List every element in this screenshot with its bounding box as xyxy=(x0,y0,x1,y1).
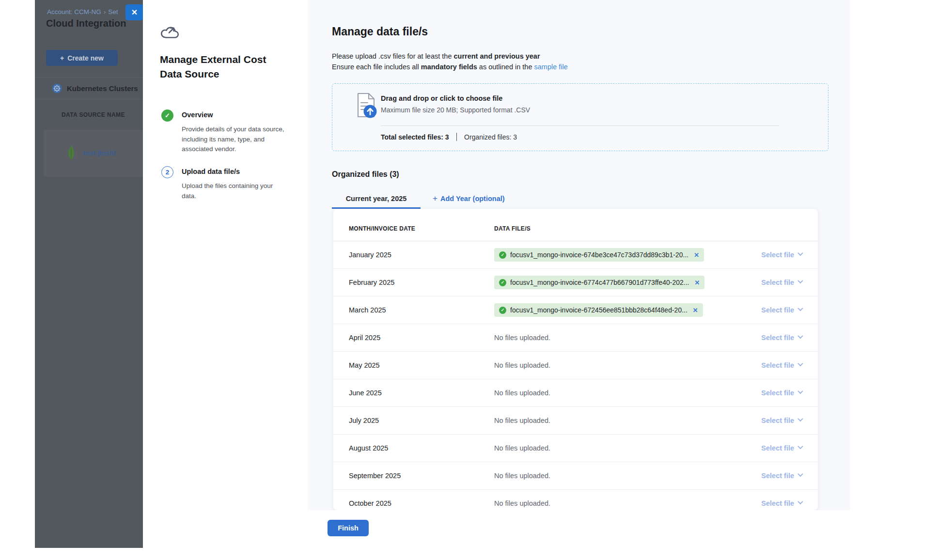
wizard-panel: Manage External Cost Data Source ✓ Overv… xyxy=(143,0,308,548)
total-selected-files: Total selected files: 3 xyxy=(381,133,449,141)
file-dropzone[interactable]: Drag and drop or click to choose file Ma… xyxy=(332,83,828,151)
file-chip: ✓ focusv1_mongo-invoice-6774c477b667901d… xyxy=(494,276,704,289)
tab-kubernetes-clusters[interactable]: Kubernetes Clusters xyxy=(35,78,143,99)
select-file-dropdown[interactable]: Select file xyxy=(744,334,802,342)
divider xyxy=(381,125,779,126)
table-row: March 2025 ✓ focusv1_mongo-invoice-67245… xyxy=(333,296,818,324)
plus-icon: + xyxy=(433,194,437,203)
no-files-text: No files uploaded. xyxy=(494,499,550,507)
remove-file-icon[interactable]: ✕ xyxy=(694,251,699,259)
dropzone-file-counts: Total selected files: 3 Organized files:… xyxy=(381,133,517,141)
select-file-dropdown[interactable]: Select file xyxy=(744,279,802,286)
chevron-down-icon xyxy=(797,250,803,256)
chevron-down-icon xyxy=(797,333,803,339)
upload-step-panel: Manage data file/s Please upload .csv fi… xyxy=(308,0,850,510)
select-file-dropdown[interactable]: Select file xyxy=(744,306,802,314)
month-label: June 2025 xyxy=(349,389,494,397)
table-row: October 2025 No files uploaded. Select f… xyxy=(333,490,818,510)
step-description: Provide details of your data source, inc… xyxy=(182,124,287,155)
breadcrumb-account-link[interactable]: Account: CCM-NG xyxy=(47,8,101,16)
select-file-dropdown[interactable]: Select file xyxy=(744,251,802,259)
remove-file-icon[interactable]: ✕ xyxy=(694,279,700,286)
chevron-down-icon xyxy=(797,361,803,366)
step-label: Overview xyxy=(182,111,213,119)
chevron-down-icon xyxy=(797,416,803,421)
modal-footer: Finish xyxy=(308,510,850,548)
organized-files-count: Organized files: 3 xyxy=(464,133,517,141)
table-header: MONTH/INVOICE DATE DATA FILE/S xyxy=(333,209,818,241)
mongodb-leaf-icon xyxy=(67,146,76,160)
cloud-export-icon xyxy=(160,24,180,41)
organized-files-heading: Organized files (3) xyxy=(332,170,399,179)
chevron-down-icon xyxy=(797,306,803,311)
file-chip: ✓ focusv1_mongo-invoice-672456ee851bbb28… xyxy=(494,303,703,317)
chevron-down-icon xyxy=(797,499,803,504)
data-source-link[interactable]: test-jbisht xyxy=(83,149,116,157)
create-new-button[interactable]: + Create new xyxy=(46,50,118,66)
check-circle-icon: ✓ xyxy=(499,279,506,286)
kubernetes-icon xyxy=(52,83,62,93)
breadcrumb: Account: CCM-NG›Set xyxy=(47,8,118,16)
select-file-dropdown[interactable]: Select file xyxy=(744,417,802,424)
table-row: February 2025 ✓ focusv1_mongo-invoice-67… xyxy=(333,269,818,296)
step-complete-check-icon: ✓ xyxy=(161,109,173,122)
select-file-dropdown[interactable]: Select file xyxy=(744,361,802,369)
table-row: September 2025 No files uploaded. Select… xyxy=(333,462,818,490)
table-row: June 2025 No files uploaded. Select file xyxy=(333,379,818,407)
select-file-dropdown[interactable]: Select file xyxy=(744,444,802,452)
divider xyxy=(35,99,143,99)
dropzone-title: Drag and drop or click to choose file xyxy=(381,94,502,102)
file-name: focusv1_mongo-invoice-672456ee851bbb28c6… xyxy=(510,306,687,314)
tab-add-year[interactable]: + Add Year (optional) xyxy=(433,194,505,203)
file-chip: ✓ focusv1_mongo-invoice-674be3ce47c73d37… xyxy=(494,248,704,262)
panel-heading: Manage data file/s xyxy=(332,25,428,38)
table-row: April 2025 No files uploaded. Select fil… xyxy=(333,324,818,352)
tab-label: Kubernetes Clusters xyxy=(67,84,138,93)
select-file-dropdown[interactable]: Select file xyxy=(744,499,802,507)
table-row: July 2025 No files uploaded. Select file xyxy=(333,407,818,435)
no-files-text: No files uploaded. xyxy=(494,417,550,424)
sample-file-link[interactable]: sample file xyxy=(534,63,568,71)
month-label: August 2025 xyxy=(349,444,494,452)
chevron-down-icon xyxy=(797,471,803,477)
breadcrumb-settings-link[interactable]: Set xyxy=(108,8,118,16)
breadcrumb-chevron-icon: › xyxy=(104,8,106,16)
no-files-text: No files uploaded. xyxy=(494,361,550,369)
chevron-down-icon xyxy=(797,444,803,449)
month-label: May 2025 xyxy=(349,361,494,369)
file-name: focusv1_mongo-invoice-6774c477b667901d77… xyxy=(510,279,689,286)
page-title: Cloud Integration xyxy=(46,18,126,29)
step-number-badge: 2 xyxy=(161,166,173,178)
select-file-dropdown[interactable]: Select file xyxy=(744,389,802,397)
remove-file-icon[interactable]: ✕ xyxy=(693,307,698,314)
check-circle-icon: ✓ xyxy=(499,251,506,259)
month-label: March 2025 xyxy=(349,306,494,314)
table-row: August 2025 No files uploaded. Select fi… xyxy=(333,435,818,462)
chevron-down-icon xyxy=(797,278,803,283)
dimmed-background-page: Account: CCM-NG›Set Cloud Integration + … xyxy=(35,0,143,548)
no-files-text: No files uploaded. xyxy=(494,472,550,480)
year-tabs: Current year, 2025 + Add Year (optional) xyxy=(332,189,505,208)
chevron-down-icon xyxy=(797,389,803,394)
month-label: July 2025 xyxy=(349,417,494,424)
instruction-line-1: Please upload .csv files for at least th… xyxy=(332,52,540,60)
column-header-month: MONTH/INVOICE DATE xyxy=(349,225,494,241)
finish-button[interactable]: Finish xyxy=(328,520,369,536)
tab-current-year[interactable]: Current year, 2025 xyxy=(332,189,421,208)
table-row: May 2025 No files uploaded. Select file xyxy=(333,352,818,379)
month-label: February 2025 xyxy=(349,279,494,286)
column-header-data-source-name: DATA SOURCE NAME xyxy=(62,111,125,118)
select-file-dropdown[interactable]: Select file xyxy=(744,472,802,480)
column-header-file: DATA FILE/S xyxy=(494,225,802,241)
step-description: Upload the files containing your data. xyxy=(182,181,287,201)
instruction-line-2: Ensure each file includes all mandatory … xyxy=(332,63,568,71)
month-label: October 2025 xyxy=(349,499,494,507)
dropzone-subtitle: Maximum file size 20 MB; Supported forma… xyxy=(381,106,530,114)
vertical-separator xyxy=(456,133,457,141)
no-files-text: No files uploaded. xyxy=(494,389,550,397)
file-name: focusv1_mongo-invoice-674be3ce47c73d37dd… xyxy=(510,251,688,259)
step-label: Upload data file/s xyxy=(182,168,240,175)
organized-files-card: MONTH/INVOICE DATE DATA FILE/S January 2… xyxy=(333,209,818,510)
modal-close-button[interactable]: ✕ xyxy=(125,4,143,20)
no-files-text: No files uploaded. xyxy=(494,334,550,342)
